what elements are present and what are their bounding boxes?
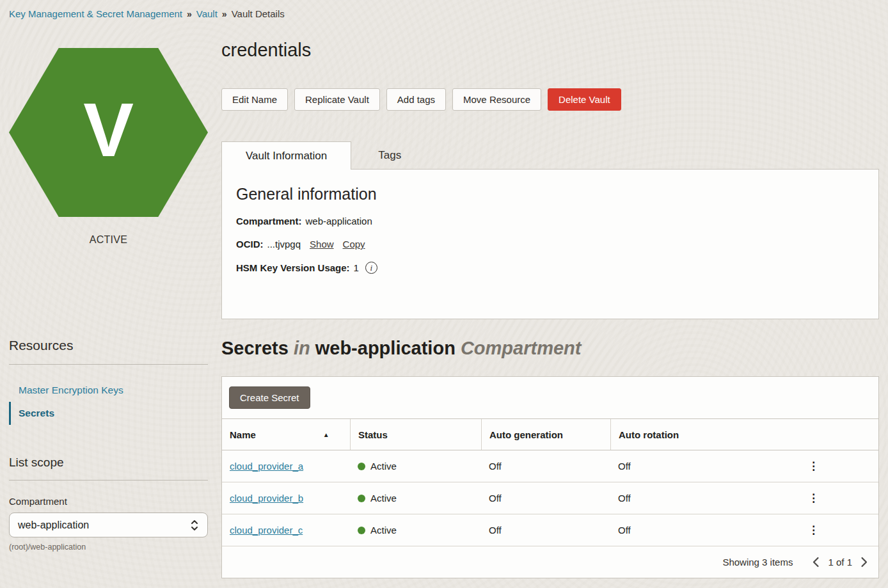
compartment-row-label: Compartment:: [236, 216, 302, 226]
vault-initial: V: [83, 92, 134, 168]
compartment-row-value: web-application: [306, 216, 372, 226]
secrets-table-toolbar: Create Secret: [222, 377, 878, 418]
secret-actions-cell: ⋮: [741, 490, 878, 506]
kebab-menu-icon[interactable]: ⋮: [802, 490, 825, 506]
vault-hexagon-icon: V: [9, 48, 208, 217]
hsm-usage-value: 1: [354, 262, 359, 273]
secrets-heading-in: in: [294, 338, 310, 358]
edit-name-button[interactable]: Edit Name: [221, 88, 288, 111]
secret-status-cell: Active: [350, 461, 481, 472]
ocid-row: OCID: ...tjvpgq Show Copy: [236, 239, 864, 250]
list-scope-divider: [9, 480, 208, 481]
add-tags-button[interactable]: Add tags: [386, 88, 446, 111]
secret-status-label: Active: [370, 461, 397, 472]
chevron-left-icon[interactable]: [811, 555, 821, 569]
hsm-usage-row: HSM Key Version Usage: 1 i: [236, 262, 864, 274]
secret-actions-cell: ⋮: [741, 522, 878, 538]
secrets-heading-compartment: web-application: [315, 338, 456, 358]
secrets-table-body: cloud_provider_a Active Off Off ⋮ cloud_…: [222, 450, 878, 546]
vault-status-label: ACTIVE: [9, 234, 208, 246]
breadcrumb: Key Management & Secret Management » Vau…: [0, 0, 888, 25]
page-body: V ACTIVE Resources Master Encryption Key…: [0, 25, 888, 578]
pagination: 1 of 1: [811, 555, 869, 569]
delete-vault-button[interactable]: Delete Vault: [548, 88, 621, 111]
info-icon[interactable]: i: [365, 262, 377, 274]
left-column: V ACTIVE Resources Master Encryption Key…: [0, 25, 221, 552]
secret-auto-rotation-cell: Off: [610, 461, 741, 472]
table-row: cloud_provider_c Active Off Off ⋮: [222, 514, 878, 546]
breadcrumb-separator: »: [222, 9, 227, 19]
sidebar-item-master-encryption-keys[interactable]: Master Encryption Keys: [9, 379, 208, 402]
column-header-name-label: Name: [230, 429, 256, 440]
column-header-auto-generation[interactable]: Auto generation: [481, 419, 610, 450]
compartment-select-value: web-application: [18, 520, 89, 531]
showing-items-label: Showing 3 items: [722, 557, 793, 568]
column-header-name[interactable]: Name ▲: [222, 419, 350, 450]
secrets-heading-suffix: Compartment: [461, 338, 582, 358]
breadcrumb-link-key-management[interactable]: Key Management & Secret Management: [9, 8, 182, 19]
secret-name-link[interactable]: cloud_provider_a: [230, 461, 303, 472]
ocid-show-link[interactable]: Show: [310, 239, 334, 250]
tab-tags[interactable]: Tags: [351, 141, 428, 170]
breadcrumb-separator: »: [187, 9, 192, 19]
secret-name-link[interactable]: cloud_provider_b: [230, 493, 303, 504]
main-content: credentials Edit Name Replicate Vault Ad…: [221, 25, 888, 578]
secret-auto-generation-cell: Off: [481, 525, 610, 536]
sidebar-item-secrets[interactable]: Secrets: [9, 402, 208, 425]
replicate-vault-button[interactable]: Replicate Vault: [294, 88, 380, 111]
sort-ascending-icon: ▲: [323, 431, 329, 438]
secret-status-label: Active: [370, 525, 397, 536]
compartment-row: Compartment: web-application: [236, 216, 864, 226]
secrets-heading-prefix: Secrets: [221, 338, 289, 358]
secret-auto-rotation-cell: Off: [610, 493, 741, 504]
secret-name-cell: cloud_provider_a: [222, 461, 350, 472]
resources-divider: [9, 364, 208, 365]
secret-status-label: Active: [370, 493, 397, 504]
secret-name-link[interactable]: cloud_provider_c: [230, 525, 303, 536]
status-active-icon: [358, 495, 365, 502]
column-header-status[interactable]: Status: [350, 419, 481, 450]
column-header-actions: [741, 419, 878, 450]
page-indicator: 1 of 1: [828, 557, 852, 568]
secrets-table-header: Name ▲ Status Auto generation Auto rotat…: [222, 418, 878, 450]
breadcrumb-link-vault[interactable]: Vault: [196, 8, 218, 19]
column-header-auto-rotation[interactable]: Auto rotation: [610, 419, 741, 450]
sidebar: Resources Master Encryption Keys Secrets…: [9, 338, 208, 552]
ocid-copy-link[interactable]: Copy: [343, 239, 365, 250]
hsm-usage-label: HSM Key Version Usage:: [236, 262, 350, 273]
table-row: cloud_provider_b Active Off Off ⋮: [222, 482, 878, 514]
secrets-section-heading: Secrets in web-application Compartment: [221, 338, 879, 359]
general-information-title: General information: [236, 185, 864, 203]
secret-name-cell: cloud_provider_c: [222, 525, 350, 536]
page-title: credentials: [221, 40, 879, 61]
secret-name-cell: cloud_provider_b: [222, 493, 350, 504]
list-scope-title: List scope: [9, 456, 208, 470]
resources-links: Master Encryption Keys Secrets: [9, 379, 208, 425]
secret-auto-generation-cell: Off: [481, 461, 610, 472]
table-row: cloud_provider_a Active Off Off ⋮: [222, 450, 878, 482]
ocid-row-label: OCID:: [236, 239, 264, 250]
vault-icon-wrap: V ACTIVE: [9, 48, 208, 246]
ocid-row-value: ...tjvpgq: [267, 239, 301, 250]
secret-actions-cell: ⋮: [741, 458, 878, 474]
chevron-up-down-icon: [190, 519, 199, 532]
move-resource-button[interactable]: Move Resource: [452, 88, 541, 111]
status-active-icon: [358, 463, 365, 470]
compartment-path: (root)/web-application: [9, 543, 208, 552]
kebab-menu-icon[interactable]: ⋮: [802, 522, 825, 538]
compartment-label: Compartment: [9, 496, 208, 507]
secrets-table-footer: Showing 3 items 1 of 1: [222, 546, 878, 578]
status-active-icon: [358, 527, 365, 534]
compartment-select[interactable]: web-application: [9, 513, 208, 537]
breadcrumb-current: Vault Details: [232, 8, 285, 19]
tab-vault-information[interactable]: Vault Information: [221, 141, 351, 170]
kebab-menu-icon[interactable]: ⋮: [802, 458, 825, 474]
create-secret-button[interactable]: Create Secret: [229, 386, 310, 409]
secret-auto-rotation-cell: Off: [610, 525, 741, 536]
action-buttons: Edit Name Replicate Vault Add tags Move …: [221, 88, 879, 111]
secret-status-cell: Active: [350, 525, 481, 536]
chevron-right-icon[interactable]: [859, 555, 869, 569]
detail-tabs: Vault Information Tags: [221, 141, 879, 170]
vault-information-panel: General information Compartment: web-app…: [221, 169, 879, 319]
resources-title: Resources: [9, 338, 208, 353]
